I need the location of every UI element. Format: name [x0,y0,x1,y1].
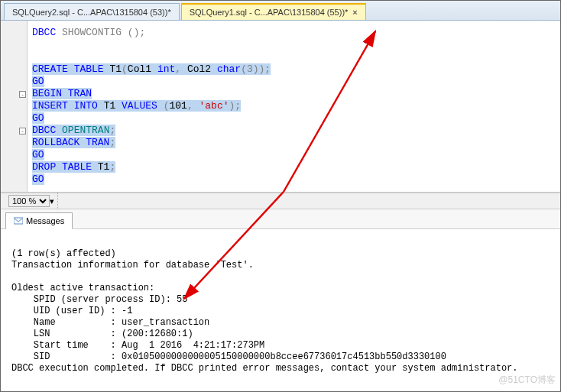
code-area[interactable]: DBCC SHOWCONTIG (); CREATE TABLE T1(Col1… [28,21,275,192]
editor-gutter: - - [1,21,28,192]
messages-tab-label: Messages [26,216,64,225]
sql-editor: - - DBCC SHOWCONTIG (); CREATE TABLE T1(… [1,21,560,193]
file-tab-sqlquery2[interactable]: SQLQuery2.sql - C...APAC\1315804 (53))* [4,3,180,20]
dropdown-icon: ▾ [50,196,54,206]
fold-toggle[interactable]: - [19,91,26,98]
file-tab-strip: SQLQuery2.sql - C...APAC\1315804 (53))* … [1,1,560,21]
results-tab-strip: Messages [1,209,560,229]
tab-label: SQLQuery2.sql - C...APAC\1315804 (53))* [12,8,171,17]
zoom-toolbar: 100 % ▾ [1,193,560,209]
messages-panel[interactable]: (1 row(s) affected) Transaction informat… [1,229,560,382]
messages-icon [14,216,23,225]
tab-label: SQLQuery1.sql - C...APAC\1315804 (55))* [190,8,349,17]
messages-text: (1 row(s) affected) Transaction informat… [11,248,518,374]
file-tab-sqlquery1[interactable]: SQLQuery1.sql - C...APAC\1315804 (55))* … [181,3,366,20]
zoom-select[interactable]: 100 % [8,195,50,207]
separator [57,193,62,209]
messages-tab[interactable]: Messages [5,212,73,229]
close-icon[interactable]: × [352,8,357,17]
fold-toggle[interactable]: - [19,128,26,134]
